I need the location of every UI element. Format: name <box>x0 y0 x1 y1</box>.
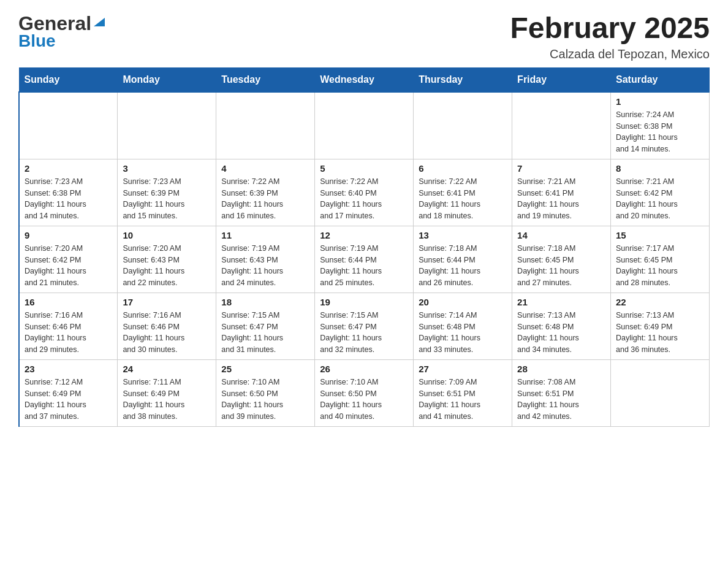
day-number: 27 <box>419 364 507 374</box>
calendar-cell: 8Sunrise: 7:21 AMSunset: 6:42 PMDaylight… <box>611 159 710 226</box>
calendar-cell: 4Sunrise: 7:22 AMSunset: 6:39 PMDaylight… <box>216 159 315 226</box>
day-info: Sunrise: 7:11 AMSunset: 6:49 PMDaylight:… <box>123 377 211 423</box>
day-number: 19 <box>320 297 408 307</box>
day-info: Sunrise: 7:16 AMSunset: 6:46 PMDaylight:… <box>25 310 112 356</box>
calendar-header: SundayMondayTuesdayWednesdayThursdayFrid… <box>19 67 710 92</box>
day-number: 8 <box>616 163 704 174</box>
day-number: 28 <box>517 364 605 374</box>
day-info: Sunrise: 7:21 AMSunset: 6:41 PMDaylight:… <box>517 176 605 222</box>
calendar-cell: 26Sunrise: 7:10 AMSunset: 6:50 PMDayligh… <box>315 359 414 426</box>
calendar-cell <box>216 92 315 159</box>
day-number: 14 <box>517 230 605 240</box>
calendar-cell <box>118 92 216 159</box>
day-number: 4 <box>221 163 309 174</box>
day-info: Sunrise: 7:23 AMSunset: 6:38 PMDaylight:… <box>25 176 112 222</box>
calendar-cell: 9Sunrise: 7:20 AMSunset: 6:42 PMDaylight… <box>19 226 118 293</box>
day-info: Sunrise: 7:13 AMSunset: 6:49 PMDaylight:… <box>616 310 704 356</box>
calendar-cell: 16Sunrise: 7:16 AMSunset: 6:46 PMDayligh… <box>19 293 118 359</box>
calendar-cell: 13Sunrise: 7:18 AMSunset: 6:44 PMDayligh… <box>414 226 512 293</box>
weekday-header-thursday: Thursday <box>414 67 512 92</box>
page-subtitle: Calzada del Tepozan, Mexico <box>510 47 710 61</box>
calendar-cell: 7Sunrise: 7:21 AMSunset: 6:41 PMDaylight… <box>512 159 611 226</box>
calendar-cell: 12Sunrise: 7:19 AMSunset: 6:44 PMDayligh… <box>315 226 414 293</box>
title-block: February 2025 Calzada del Tepozan, Mexic… <box>510 12 710 61</box>
weekday-header-tuesday: Tuesday <box>216 67 315 92</box>
day-number: 18 <box>221 297 309 307</box>
calendar-cell: 19Sunrise: 7:15 AMSunset: 6:47 PMDayligh… <box>315 293 414 359</box>
calendar-week-row: 1Sunrise: 7:24 AMSunset: 6:38 PMDaylight… <box>19 92 710 159</box>
calendar-week-row: 9Sunrise: 7:20 AMSunset: 6:42 PMDaylight… <box>19 226 710 293</box>
day-number: 13 <box>419 230 507 240</box>
day-info: Sunrise: 7:12 AMSunset: 6:49 PMDaylight:… <box>25 377 112 423</box>
weekday-header-friday: Friday <box>512 67 611 92</box>
calendar-cell: 25Sunrise: 7:10 AMSunset: 6:50 PMDayligh… <box>216 359 315 426</box>
calendar-week-row: 2Sunrise: 7:23 AMSunset: 6:38 PMDaylight… <box>19 159 710 226</box>
calendar-cell: 23Sunrise: 7:12 AMSunset: 6:49 PMDayligh… <box>19 359 118 426</box>
day-info: Sunrise: 7:15 AMSunset: 6:47 PMDaylight:… <box>221 310 309 356</box>
day-number: 26 <box>320 364 408 374</box>
day-info: Sunrise: 7:17 AMSunset: 6:45 PMDaylight:… <box>616 243 704 289</box>
logo-triangle-icon <box>93 15 106 29</box>
day-info: Sunrise: 7:08 AMSunset: 6:51 PMDaylight:… <box>517 377 605 423</box>
day-number: 25 <box>221 364 309 374</box>
weekday-header-wednesday: Wednesday <box>315 67 414 92</box>
day-info: Sunrise: 7:19 AMSunset: 6:44 PMDaylight:… <box>320 243 408 289</box>
weekday-header-saturday: Saturday <box>611 67 710 92</box>
day-number: 16 <box>25 297 112 307</box>
calendar-cell: 28Sunrise: 7:08 AMSunset: 6:51 PMDayligh… <box>512 359 611 426</box>
day-number: 7 <box>517 163 605 174</box>
logo-blue: Blue <box>18 31 56 51</box>
calendar-cell: 14Sunrise: 7:18 AMSunset: 6:45 PMDayligh… <box>512 226 611 293</box>
calendar-cell: 3Sunrise: 7:23 AMSunset: 6:39 PMDaylight… <box>118 159 216 226</box>
day-info: Sunrise: 7:14 AMSunset: 6:48 PMDaylight:… <box>419 310 507 356</box>
day-number: 9 <box>25 230 112 240</box>
calendar-cell <box>611 359 710 426</box>
calendar-cell: 21Sunrise: 7:13 AMSunset: 6:48 PMDayligh… <box>512 293 611 359</box>
weekday-header-sunday: Sunday <box>19 67 118 92</box>
calendar-cell: 15Sunrise: 7:17 AMSunset: 6:45 PMDayligh… <box>611 226 710 293</box>
svg-marker-0 <box>94 18 105 26</box>
calendar-cell <box>19 92 118 159</box>
day-info: Sunrise: 7:23 AMSunset: 6:39 PMDaylight:… <box>123 176 211 222</box>
day-number: 20 <box>419 297 507 307</box>
day-info: Sunrise: 7:09 AMSunset: 6:51 PMDaylight:… <box>419 377 507 423</box>
calendar-cell: 2Sunrise: 7:23 AMSunset: 6:38 PMDaylight… <box>19 159 118 226</box>
day-info: Sunrise: 7:18 AMSunset: 6:44 PMDaylight:… <box>419 243 507 289</box>
day-number: 2 <box>25 163 112 174</box>
calendar-cell: 11Sunrise: 7:19 AMSunset: 6:43 PMDayligh… <box>216 226 315 293</box>
day-info: Sunrise: 7:22 AMSunset: 6:40 PMDaylight:… <box>320 176 408 222</box>
logo: General Blue <box>18 12 106 51</box>
calendar-cell <box>512 92 611 159</box>
day-info: Sunrise: 7:22 AMSunset: 6:41 PMDaylight:… <box>419 176 507 222</box>
calendar-table: SundayMondayTuesdayWednesdayThursdayFrid… <box>18 67 710 427</box>
calendar-cell: 10Sunrise: 7:20 AMSunset: 6:43 PMDayligh… <box>118 226 216 293</box>
calendar-cell: 18Sunrise: 7:15 AMSunset: 6:47 PMDayligh… <box>216 293 315 359</box>
day-number: 21 <box>517 297 605 307</box>
day-info: Sunrise: 7:15 AMSunset: 6:47 PMDaylight:… <box>320 310 408 356</box>
day-number: 5 <box>320 163 408 174</box>
calendar-cell: 1Sunrise: 7:24 AMSunset: 6:38 PMDaylight… <box>611 92 710 159</box>
calendar-cell: 6Sunrise: 7:22 AMSunset: 6:41 PMDaylight… <box>414 159 512 226</box>
day-info: Sunrise: 7:19 AMSunset: 6:43 PMDaylight:… <box>221 243 309 289</box>
page-header: General Blue February 2025 Calzada del T… <box>18 12 710 61</box>
day-number: 6 <box>419 163 507 174</box>
calendar-cell <box>414 92 512 159</box>
day-info: Sunrise: 7:20 AMSunset: 6:42 PMDaylight:… <box>25 243 112 289</box>
day-number: 22 <box>616 297 704 307</box>
day-info: Sunrise: 7:20 AMSunset: 6:43 PMDaylight:… <box>123 243 211 289</box>
calendar-body: 1Sunrise: 7:24 AMSunset: 6:38 PMDaylight… <box>19 92 710 427</box>
weekday-header-row: SundayMondayTuesdayWednesdayThursdayFrid… <box>19 67 710 92</box>
page-title: February 2025 <box>510 12 710 45</box>
calendar-cell: 20Sunrise: 7:14 AMSunset: 6:48 PMDayligh… <box>414 293 512 359</box>
calendar-cell: 17Sunrise: 7:16 AMSunset: 6:46 PMDayligh… <box>118 293 216 359</box>
day-number: 23 <box>25 364 112 374</box>
day-number: 12 <box>320 230 408 240</box>
calendar-week-row: 16Sunrise: 7:16 AMSunset: 6:46 PMDayligh… <box>19 293 710 359</box>
day-info: Sunrise: 7:16 AMSunset: 6:46 PMDaylight:… <box>123 310 211 356</box>
calendar-cell <box>315 92 414 159</box>
day-info: Sunrise: 7:21 AMSunset: 6:42 PMDaylight:… <box>616 176 704 222</box>
day-info: Sunrise: 7:10 AMSunset: 6:50 PMDaylight:… <box>320 377 408 423</box>
calendar-cell: 27Sunrise: 7:09 AMSunset: 6:51 PMDayligh… <box>414 359 512 426</box>
calendar-week-row: 23Sunrise: 7:12 AMSunset: 6:49 PMDayligh… <box>19 359 710 426</box>
day-number: 10 <box>123 230 211 240</box>
